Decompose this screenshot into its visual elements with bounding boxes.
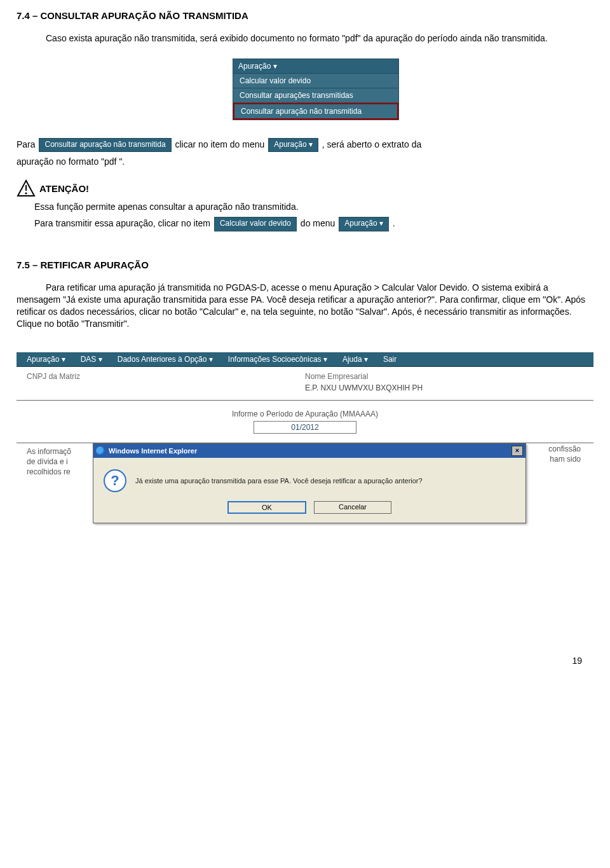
section-7-5-title: 7.5 – RETIFICAR APURAÇÃO [17, 259, 593, 270]
confirm-dialog: Windows Internet Explorer × ? Já existe … [93, 443, 526, 523]
apuracao-menu-header[interactable]: Apuração ▾ [233, 59, 398, 74]
menu-item-consultar-transmitidas[interactable]: Consultar apurações transmitidas [233, 88, 398, 103]
chip-apuracao-menu-2[interactable]: Apuração ▾ [339, 217, 389, 231]
cnpj-label: CNPJ da Matriz [27, 372, 305, 381]
nav-apuracao[interactable]: Apuração ▾ [27, 355, 65, 364]
chip-calcular-valor[interactable]: Calcular valor devido [214, 217, 297, 231]
page-number: 19 [17, 598, 593, 670]
section-7-4-title: 7.4 – CONSULTAR APURAÇÃO NÃO TRANSMITIDA [17, 10, 593, 21]
warning-line-2: Para transmitir essa apuração, clicar no… [34, 217, 593, 231]
close-icon[interactable]: × [512, 446, 523, 456]
chip-consultar-nao-transmitida[interactable]: Consultar apuração não transmitida [39, 138, 171, 153]
text-para: Para [17, 139, 36, 149]
apuracao-dropdown-sample: Apuração ▾ Calcular valor devido Consult… [233, 59, 399, 120]
app-screenshot: Apuração ▾ DAS ▾ Dados Anteriores à Opçã… [17, 352, 593, 598]
app-navbar: Apuração ▾ DAS ▾ Dados Anteriores à Opçã… [17, 352, 593, 367]
background-text-right: confissão ham sido [548, 444, 581, 464]
nav-ajuda[interactable]: Ajuda ▾ [342, 355, 368, 364]
nome-empresarial-value: E.P. NXU UWMVXU BXQXHIH PH [305, 381, 583, 399]
instruction-line-2: apuração no formato "pdf ". [17, 156, 593, 168]
nav-das[interactable]: DAS ▾ [81, 355, 102, 364]
text-period: . [393, 218, 395, 228]
warning-icon [17, 179, 36, 197]
nav-sair[interactable]: Sair [383, 355, 396, 364]
nome-empresarial-label: Nome Empresarial [305, 372, 583, 381]
text-do-menu: do menu [301, 218, 335, 228]
svg-point-2 [25, 193, 27, 195]
atencao-label: ATENÇÃO! [39, 183, 89, 194]
chip-apuracao-menu[interactable]: Apuração ▾ [268, 138, 318, 153]
nav-anteriores[interactable]: Dados Anteriores à Opção ▾ [118, 355, 213, 364]
section-7-4-intro: Caso exista apuração não transmitida, se… [17, 32, 593, 45]
warning-line-1: Essa função permite apenas consultar a a… [34, 201, 593, 213]
ok-button[interactable]: OK [227, 501, 306, 514]
dialog-titlebar: Windows Internet Explorer × [93, 444, 525, 458]
periodo-input[interactable]: 01/2012 [254, 421, 356, 434]
instruction-line-1: Para Consultar apuração não transmitida … [17, 138, 593, 153]
menu-item-calcular[interactable]: Calcular valor devido [233, 74, 398, 88]
dialog-message: Já existe uma apuração transmitida para … [135, 477, 423, 485]
ie-icon [96, 446, 105, 455]
cnpj-value [27, 381, 305, 399]
menu-item-consultar-nao-transmitida[interactable]: Consultar apuração não transmitida [233, 103, 398, 120]
question-icon: ? [104, 469, 126, 492]
section-7-5-body: Para retificar uma apuração já transmiti… [17, 282, 593, 330]
nav-socio[interactable]: Informações Socioecônicas ▾ [228, 355, 327, 364]
cancel-button[interactable]: Cancelar [314, 501, 391, 514]
text-sera: , será aberto o extrato da [322, 139, 421, 149]
text-clicar: clicar no item do menu [175, 139, 264, 149]
periodo-label: Informe o Período de Apuração (MMAAAA) [27, 406, 583, 418]
dialog-title: Windows Internet Explorer [109, 447, 197, 455]
text-para-transmitir: Para transmitir essa apuração, clicar no… [34, 218, 210, 228]
